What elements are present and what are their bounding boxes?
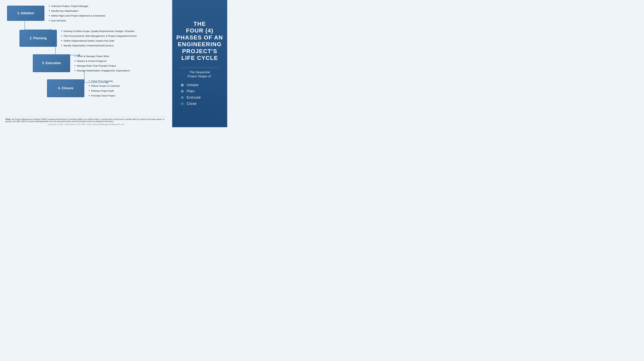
copyright: Copyright © 2016 – Mark Warner, PE, PMP … xyxy=(5,122,167,125)
phase-2-bullets: Develop & Define Scope, Quality Requirem… xyxy=(61,29,137,48)
stage-label-initiate: Initiate xyxy=(187,83,199,87)
phase-1-label: 1. Initiation xyxy=(17,11,34,15)
sidebar-title-line4: ENGINEERING xyxy=(176,41,223,48)
stage-label-execute: Execute xyxy=(187,95,201,100)
phase-1-bullets: Authorize Project, Project Manager Ident… xyxy=(49,4,105,23)
phase-4-content: 4. Closure Close Procurements Deliver Sc… xyxy=(47,79,167,98)
sidebar-title-line3: PHASES OF AN xyxy=(176,34,223,41)
spacer-2 xyxy=(5,49,167,54)
phase-2-label: 2. Planning xyxy=(30,37,47,40)
spacer-3 xyxy=(5,74,167,79)
spacer-1 xyxy=(5,24,167,29)
footer-section: *Note: the Project Management Institute … xyxy=(5,115,167,125)
phase-4-bullet-1: Close Procurements xyxy=(89,79,120,83)
phase-3-bullet-2: Monitor & Control Progress* xyxy=(74,59,130,63)
phase-2-bullet-1: Develop & Define Scope, Quality Requirem… xyxy=(61,29,137,34)
phase-1-row: 1. Initiation Authorize Project, Project… xyxy=(5,4,167,23)
main-content: 1. Initiation Authorize Project, Project… xyxy=(0,0,172,127)
phase-4-box: 4. Closure xyxy=(47,79,84,97)
stage-item-plan: Plan xyxy=(176,88,224,94)
diamond-initiate xyxy=(180,83,184,87)
phase-4-row: 4. Closure Close Procurements Deliver Sc… xyxy=(5,79,167,98)
phase-3-bullet-4: Manage Stakeholders' Engagement, Expecta… xyxy=(74,68,130,73)
sidebar: THE FOUR (4) PHASES OF AN ENGINEERING PR… xyxy=(172,0,227,127)
phase-4-bullet-3: Release Project Staff xyxy=(89,88,120,93)
sidebar-subtitle: The SequentialProject Stages of: xyxy=(188,70,212,78)
diamond-execute xyxy=(180,96,184,99)
phase-2-bullet-3: Define Organizational Needs; Acquire Key… xyxy=(61,38,137,43)
phase-1-content: 1. Initiation Authorize Project, Project… xyxy=(7,4,167,23)
phase-2-box: 2. Planning xyxy=(20,30,57,47)
phase-1-bullet-4: Kick-Off Work xyxy=(49,18,105,23)
phases-wrapper: 1. Initiation Authorize Project, Project… xyxy=(5,4,167,115)
phase-2-bullet-2: Plan Procurements, Risk Management, & Pr… xyxy=(61,34,137,38)
diamond-plan xyxy=(180,90,184,93)
phase-1-bullet-1: Authorize Project, Project Manager xyxy=(49,4,105,8)
phase-3-content: 3. Execution Direct & Manage Project Wor… xyxy=(33,54,167,73)
phase-2-content: 2. Planning Develop & Define Scope, Qual… xyxy=(20,29,167,48)
sidebar-divider xyxy=(180,68,219,68)
phase-2-bullet-4: Identify Stakeholders' Power/Interest/Co… xyxy=(61,43,137,48)
sidebar-title-line2: FOUR (4) xyxy=(176,27,223,34)
stage-item-initiate: Initiate xyxy=(176,82,224,88)
sidebar-title: THE FOUR (4) PHASES OF AN ENGINEERING PR… xyxy=(176,21,223,61)
phase-3-row: 3. Execution Direct & Manage Project Wor… xyxy=(5,54,167,73)
phase-4-bullet-4: Formally Close Project xyxy=(89,93,120,98)
stage-label-close: Close xyxy=(187,102,197,106)
phase-4-label: 4. Closure xyxy=(58,86,73,90)
phase-3-bullet-3: Manage Risks That Threaten Project xyxy=(74,63,130,68)
footnote-bold: *Note xyxy=(5,118,10,120)
phase-3-label: 3. Execution xyxy=(42,61,61,65)
phase-1-bullet-3: Define High-Level Project Objectives & C… xyxy=(49,13,105,18)
phase-2-row: 2. Planning Develop & Define Scope, Qual… xyxy=(5,29,167,48)
diamond-close xyxy=(180,102,184,106)
phase-3-bullet-1: Direct & Manage Project Work xyxy=(74,54,130,59)
phase-4-bullet-2: Deliver Scope to Customer xyxy=(89,83,120,88)
stage-item-execute: Execute xyxy=(176,94,224,101)
phase-1-bullet-2: Identify Key Stakeholders xyxy=(49,8,105,13)
footnote: *Note: the Project Management Institute … xyxy=(5,117,167,122)
phase-1-box: 1. Initiation xyxy=(7,6,44,21)
stage-label-plan: Plan xyxy=(187,89,194,93)
phase-3-bullets: Direct & Manage Project Work Monitor & C… xyxy=(74,54,130,73)
sidebar-title-line1: THE xyxy=(176,21,223,27)
sidebar-title-line6: LIFE CYCLE xyxy=(176,55,223,61)
phase-4-bullets: Close Procurements Deliver Scope to Cust… xyxy=(89,79,120,98)
stage-item-close: Close xyxy=(176,101,224,107)
stage-list: Initiate Plan Execute Close xyxy=(176,82,224,107)
sidebar-title-line5: PROJECT'S xyxy=(176,48,223,55)
footnote-text: : the Project Management Institute (PMI)… xyxy=(5,118,165,122)
phase-3-box: 3. Execution xyxy=(33,54,70,72)
